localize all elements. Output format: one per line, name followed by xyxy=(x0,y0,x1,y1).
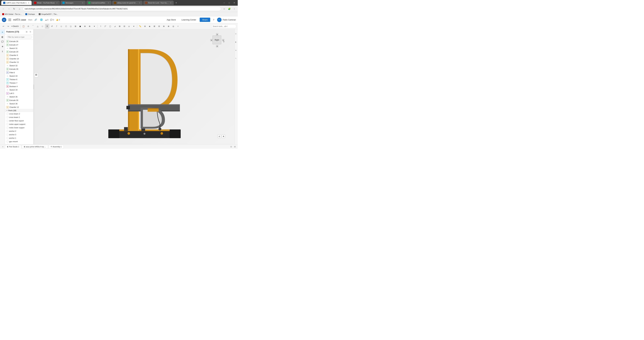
viewport-settings-button[interactable]: ⚙ xyxy=(222,135,225,138)
draft-tool[interactable]: ⊿ xyxy=(113,24,117,29)
tool-7[interactable]: ◻ xyxy=(68,24,73,29)
bookmark-msi[interactable]: MSI Global - The Le... xyxy=(1,13,22,16)
tool-extra6[interactable]: ⊗ xyxy=(166,24,171,29)
zoom-fit-button[interactable]: ⊡ xyxy=(218,135,221,138)
tool-11[interactable]: ⊗ xyxy=(88,24,92,29)
panel-collapse-button[interactable]: ⊟ xyxy=(25,30,28,33)
tool-dropdown2[interactable]: ▾ xyxy=(132,24,136,29)
bottom-minimize-button[interactable]: ⊟ xyxy=(230,145,233,148)
tool-extra8[interactable]: ▿ xyxy=(176,24,180,29)
part-item-crossbeam2[interactable]: cross beam 2 xyxy=(5,112,33,115)
feature-item-extrude27[interactable]: E Extrude 27 xyxy=(5,43,33,47)
sidebar-icon-materials[interactable]: ◈ xyxy=(0,44,5,49)
revolve-tool[interactable]: ↺ xyxy=(50,24,54,29)
tool-extra[interactable]: ⊛ xyxy=(143,24,147,29)
share-button[interactable]: Share xyxy=(200,18,210,22)
tool-6[interactable]: ⬡ xyxy=(64,24,68,29)
part-item-uppergpu[interactable]: upper gpu support xyxy=(5,143,33,144)
sidebar-icon-variables[interactable]: χ xyxy=(0,49,5,53)
cube-left-arrow[interactable]: ◂ xyxy=(210,39,212,41)
feature-item-chamfer11[interactable]: C Chamfer 11 xyxy=(5,60,33,64)
part-item-crossbeam1[interactable]: cross beam 1 xyxy=(5,115,33,119)
feature-item-thicken6[interactable]: T Thicken 6 xyxy=(5,78,33,81)
tool-extra4[interactable]: ⊟ xyxy=(157,24,161,29)
feature-item-extrude30[interactable]: E Extrude 30 xyxy=(5,99,33,102)
mirror-tool[interactable]: ⊟ xyxy=(122,24,126,29)
minimize-button[interactable]: ─ xyxy=(222,1,226,5)
tool-extra7[interactable]: ◎ xyxy=(171,24,176,29)
bottom-tab-asus[interactable]: ◧ asus prime b450a II top ... xyxy=(22,145,48,148)
tab-rune[interactable]: Rune for Luck - Your Guide For ... ✕ xyxy=(143,1,174,5)
add-sheet-button[interactable]: + xyxy=(1,145,4,148)
tool-4[interactable]: △ xyxy=(36,24,40,29)
cube-up-arrow[interactable]: ▴ xyxy=(216,33,218,35)
star-button[interactable]: ☆ xyxy=(222,7,226,11)
tool-extra2[interactable]: ◈ xyxy=(148,24,152,29)
tool-dropdown[interactable]: ▾ xyxy=(92,24,96,29)
part-item-anchor1[interactable]: anchor 1 xyxy=(5,136,33,140)
tool-extra5[interactable]: ⊕ xyxy=(162,24,166,29)
shell-tool[interactable]: ▢ xyxy=(108,24,112,29)
part-item-centerfloor[interactable]: center floor suport xyxy=(5,119,33,122)
app-store-button[interactable]: App Store xyxy=(164,18,178,22)
bookmark-ginga[interactable]: GingaDaDDY :: The... xyxy=(38,13,59,16)
feature-item-sketch34[interactable]: ✏ Sketch 34 xyxy=(5,88,33,92)
right-panel-tab-4[interactable]: ✎ xyxy=(235,55,238,62)
context-menu-button[interactable] xyxy=(34,73,38,77)
bottom-tab-partstudio1[interactable]: ◧ Part Studio 1 xyxy=(5,145,21,148)
close-button[interactable]: ✕ xyxy=(232,1,236,5)
maximize-button[interactable]: □ xyxy=(227,1,232,5)
right-panel-tab-1[interactable]: ⊟ xyxy=(235,30,238,38)
home-button[interactable]: ⌂ xyxy=(17,7,22,11)
tab-onshape-close[interactable]: ✕ xyxy=(28,2,30,4)
tool-5[interactable]: □ xyxy=(40,24,45,29)
viewport[interactable]: Z Y Right ◂ ▸ ▴ ▾ ⊡ ⚙ xyxy=(34,29,234,144)
chamfer-tool[interactable]: ◸ xyxy=(103,24,108,29)
feature-item-extrude29[interactable]: E Extrude 29 xyxy=(5,50,33,54)
tab-viking-close[interactable]: ✕ xyxy=(138,2,141,4)
tool-1[interactable]: 📋 xyxy=(22,24,26,29)
right-panel-tab-2[interactable]: ◧ xyxy=(235,38,238,46)
search-tools-input[interactable] xyxy=(211,24,236,28)
sidebar-icon-comments[interactable]: 💬 xyxy=(0,39,5,44)
help-button[interactable]: ? xyxy=(212,18,216,22)
redo-button[interactable]: ↪ xyxy=(6,24,10,29)
learning-center-button[interactable]: Learning Center xyxy=(180,18,198,22)
link-icon-button[interactable]: 🔗 xyxy=(34,18,38,22)
tool-3[interactable]: ⌒ xyxy=(31,24,35,29)
new-tab-button[interactable]: + xyxy=(174,1,178,5)
tab-messages[interactable]: Messages ✕ xyxy=(60,1,86,5)
feature-item-sketch33[interactable]: ✏ Sketch 33 xyxy=(5,74,33,78)
parts-section-header[interactable]: ▼ Parts (18) xyxy=(5,109,33,112)
bottom-tab-assembly[interactable]: ⚙ Assembly 1 xyxy=(48,145,64,148)
tool-10[interactable]: ⊕ xyxy=(83,24,87,29)
tool-9[interactable]: ◼ xyxy=(78,24,82,29)
sweep-tool[interactable]: ⤴ xyxy=(54,24,59,29)
tab-bleak[interactable]: Bleak - YouTube Music ✕ xyxy=(32,1,60,5)
bookmark-onshape[interactable]: Onshape xyxy=(24,13,36,16)
fillet-tool[interactable]: ⌇ xyxy=(98,24,103,29)
sidebar-icon-parts[interactable]: ◧ xyxy=(0,35,5,39)
panel-refresh-button[interactable]: ↻ xyxy=(29,30,32,33)
boolean-tool[interactable]: ⊔ xyxy=(127,24,131,29)
more-button[interactable]: ⋮ xyxy=(232,7,236,11)
part-item-mobo-upper[interactable]: mobo upper support xyxy=(5,122,33,126)
sidebar-icon-features[interactable]: ≡ xyxy=(0,30,5,34)
undo-button[interactable]: ↩ xyxy=(1,24,6,29)
feature-item-thicken7[interactable]: T Thicken 7 xyxy=(5,81,33,85)
forward-button[interactable]: → xyxy=(6,7,11,11)
part-item-anchor3[interactable]: anchor 3 xyxy=(5,133,33,136)
part-item-anchor2[interactable]: anchor 2 xyxy=(5,129,33,133)
feature-item-chamfer9[interactable]: C Chamfer 9 xyxy=(5,54,33,57)
tool-8[interactable]: ⊞ xyxy=(73,24,78,29)
feature-item-loft3[interactable]: L Loft 3 xyxy=(5,92,33,95)
tab-viking[interactable]: viking runes for good fortune - ✕ xyxy=(112,1,142,5)
view-cube-face-right[interactable]: Right xyxy=(212,36,221,44)
feature-item-extrude28[interactable]: E Extrude 28 xyxy=(5,67,33,71)
tab-messages-close[interactable]: ✕ xyxy=(82,2,84,4)
feature-item-chamfer12[interactable]: C Chamfer 12 xyxy=(5,105,33,109)
part-item-gpumount[interactable]: gpu mount xyxy=(5,140,33,143)
tab-onshape[interactable]: mATX case | Part Studio 1 ✕ xyxy=(1,1,32,5)
part-item-mobo-lower[interactable]: mobo lower suppor xyxy=(5,126,33,129)
loft-tool[interactable]: ◇ xyxy=(59,24,64,29)
